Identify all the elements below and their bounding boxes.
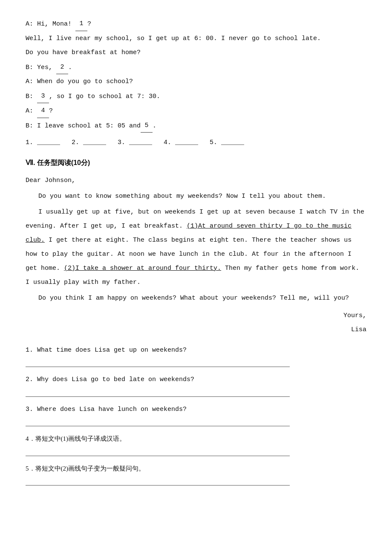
q2-num: 2. Why does Lisa go to bed late on weeke… [26,376,194,383]
letter-body: Dear Johnson, Do you want to know someth… [26,174,366,337]
letter-closing: Yours, Lisa [26,309,366,337]
blank-5: 5 [141,119,153,133]
speaker-a3: A: When do you go to school? [26,78,133,85]
letter-salutation: Dear Johnson, [26,174,366,188]
answer-line-5 [26,476,290,486]
speaker-b2: B: Yes, 2 . [26,64,72,71]
blank-4: 4 [37,104,49,118]
dialog-line-8: B: I leave school at 5: 05 and 5 . [26,119,366,133]
dialog-line-6: B: 3 , so I go to school at 7: 30. [26,90,366,104]
main-content: A: Hi, Mona! 1 ? Well, I live near my sc… [26,17,366,486]
section7-header: Ⅶ. 任务型阅读(10分) [26,156,366,170]
blank-1: 1 [75,17,87,31]
q3-num: 3. Where does Lisa have lunch on weekend… [26,406,187,413]
answer-line-4 [26,447,290,456]
dialog-line-7: A: 4 ? [26,104,366,118]
dialog-section: A: Hi, Mona! 1 ? Well, I live near my sc… [26,17,366,150]
speaker-b1: Well, I live near my school, so I get up… [26,35,321,42]
speaker-b3: B: 3 , so I go to school at 7: 30. [26,93,160,100]
blank-2: 2 [56,61,68,75]
underlined-sentence-2: (2)I take a shower at around four thirty… [64,265,221,272]
answer-line-2 [26,387,290,397]
letter-paragraph-1: Do you want to know something about my w… [26,189,366,203]
q5-num: 5．将短文中(2)画线句子变为一般疑问句。 [26,465,145,472]
answer-line-3 [26,417,290,426]
blanks-row: 1. ______ 2. ______ 3. ______ 4. ______ … [26,136,366,150]
letter-paragraph-2: I usually get up at five, but on weekend… [26,205,366,289]
dialog-line-5: A: When do you go to school? [26,75,366,89]
speaker-a1: A: Hi, Mona! 1 ? [26,20,91,28]
question-2: 2. Why does Lisa go to bed late on weeke… [26,373,366,387]
dialog-line-4: B: Yes, 2 . [26,61,366,75]
closing-signature: Lisa [26,323,366,337]
blank-3: 3 [37,90,49,104]
letter-paragraph-3: Do you think I am happy on weekends? Wha… [26,291,366,305]
q1-num: 1. What time does Lisa get up on weekend… [26,347,187,354]
question-5: 5．将短文中(2)画线句子变为一般疑问句。 [26,462,366,476]
speaker-a4: A: 4 ? [26,107,53,115]
question-4: 4．将短文中(1)画线句子译成汉语。 [26,432,366,446]
dialog-line-2: Well, I live near my school, so I get up… [26,32,366,46]
answer-line-1 [26,358,290,367]
speaker-a2: Do you have breakfast at home? [26,49,141,56]
questions-section: 1. What time does Lisa get up on weekend… [26,344,366,486]
q4-num: 4．将短文中(1)画线句子译成汉语。 [26,435,126,442]
speaker-b4: B: I leave school at 5: 05 and 5 . [26,122,156,130]
question-1: 1. What time does Lisa get up on weekend… [26,344,366,357]
dialog-line-3: Do you have breakfast at home? [26,46,366,60]
dialog-line-1: A: Hi, Mona! 1 ? [26,17,366,31]
question-3: 3. Where does Lisa have lunch on weekend… [26,403,366,416]
closing-yours: Yours, [26,309,366,323]
underlined-sentence-1: (1)At around seven thirty I go to the mu… [26,223,352,244]
